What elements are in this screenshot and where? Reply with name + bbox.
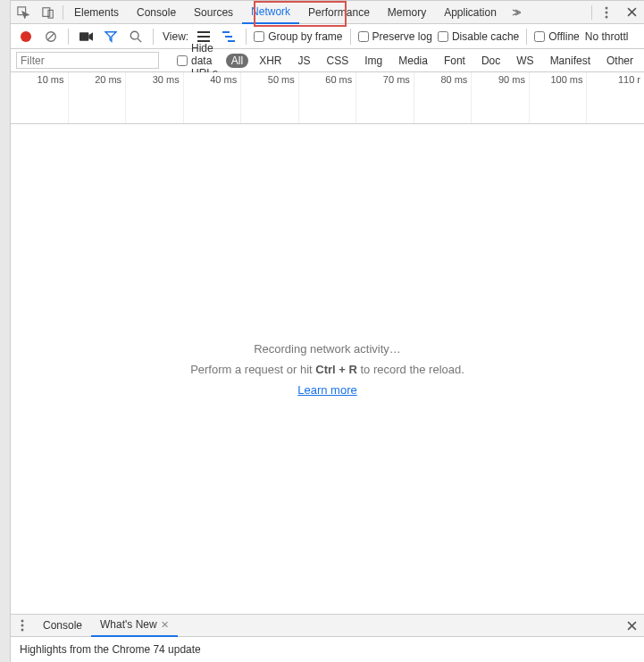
- type-all[interactable]: All: [226, 54, 248, 68]
- tick-label: 90 ms: [498, 74, 525, 85]
- throttle-select[interactable]: No throttl: [585, 30, 629, 43]
- tab-console[interactable]: Console: [128, 1, 185, 24]
- search-icon[interactable]: [126, 27, 146, 46]
- preserve-log-label: Preserve log: [372, 30, 432, 43]
- offline-checkbox[interactable]: Offline: [534, 30, 579, 43]
- tab-network[interactable]: Network: [242, 1, 299, 24]
- tick-label: 110 r: [618, 74, 640, 85]
- hint-key: Ctrl + R: [315, 363, 357, 376]
- disable-cache-checkbox[interactable]: Disable cache: [438, 30, 519, 43]
- separator: [68, 29, 69, 45]
- drawer-tab-whats-new[interactable]: What's New✕: [91, 614, 178, 637]
- svg-point-17: [21, 629, 24, 632]
- hint-text: Perform a request or hit Ctrl + R to rec…: [190, 363, 464, 376]
- separator: [63, 5, 63, 20]
- separator: [246, 29, 247, 45]
- svg-rect-14: [228, 40, 235, 42]
- tick-label: 80 ms: [440, 74, 467, 85]
- main-tabbar: Elements Console Sources Network Perform…: [11, 1, 644, 24]
- type-js[interactable]: JS: [293, 54, 316, 68]
- tab-performance[interactable]: Performance: [299, 1, 379, 24]
- drawer-tab-console[interactable]: Console: [34, 614, 91, 637]
- view-label: View:: [163, 30, 188, 43]
- tick-label: 50 ms: [268, 74, 295, 85]
- offline-label: Offline: [548, 30, 579, 43]
- svg-point-16: [21, 624, 24, 627]
- filter-toggle-icon[interactable]: [101, 27, 121, 46]
- record-button[interactable]: [16, 27, 36, 46]
- svg-point-4: [606, 11, 608, 13]
- scrollbar-left[interactable]: [0, 0, 10, 662]
- settings-menu-icon[interactable]: [594, 1, 619, 24]
- more-tabs-icon[interactable]: [506, 1, 525, 24]
- clear-icon[interactable]: [41, 27, 61, 46]
- type-other[interactable]: Other: [601, 54, 639, 68]
- learn-more-link[interactable]: Learn more: [297, 383, 356, 397]
- tab-sources[interactable]: Sources: [185, 1, 242, 24]
- drawer-tabbar: Console What's New✕: [11, 614, 644, 637]
- preserve-log-checkbox[interactable]: Preserve log: [358, 30, 432, 43]
- svg-point-8: [130, 31, 138, 39]
- type-font[interactable]: Font: [439, 54, 471, 68]
- type-manifest[interactable]: Manifest: [545, 54, 596, 68]
- camera-icon[interactable]: [76, 27, 96, 46]
- hint-prefix: Perform a request or hit: [190, 363, 315, 376]
- svg-point-5: [606, 15, 608, 18]
- type-css[interactable]: CSS: [322, 54, 355, 68]
- recording-text: Recording network activity…: [254, 342, 401, 356]
- filter-bar: Hide data URLs All XHR JS CSS Img Media …: [11, 49, 644, 72]
- tab-application[interactable]: Application: [435, 1, 506, 24]
- type-media[interactable]: Media: [393, 54, 433, 68]
- tab-elements[interactable]: Elements: [65, 1, 128, 24]
- svg-rect-9: [197, 31, 210, 33]
- type-xhr[interactable]: XHR: [254, 54, 287, 68]
- tick-label: 60 ms: [325, 74, 352, 85]
- empty-state: Recording network activity… Perform a re…: [11, 124, 644, 614]
- separator: [153, 29, 154, 45]
- svg-rect-10: [197, 36, 210, 38]
- separator: [526, 29, 527, 45]
- tick-label: 20 ms: [95, 74, 121, 85]
- type-ws[interactable]: WS: [511, 54, 539, 68]
- type-img[interactable]: Img: [359, 54, 388, 68]
- svg-rect-7: [79, 32, 88, 40]
- group-by-frame-label: Group by frame: [268, 30, 342, 43]
- timeline-overview[interactable]: 10 ms 20 ms 30 ms 40 ms 50 ms 60 ms 70 m…: [11, 72, 644, 124]
- tick-label: 100 ms: [550, 74, 582, 85]
- drawer-tab-label: What's New: [100, 618, 157, 631]
- close-drawer-icon[interactable]: [619, 614, 644, 637]
- close-tab-icon[interactable]: ✕: [161, 619, 169, 630]
- svg-point-3: [606, 6, 608, 9]
- type-doc[interactable]: Doc: [476, 54, 506, 68]
- filter-input[interactable]: [16, 52, 159, 69]
- hint-suffix: to record the reload.: [357, 363, 464, 376]
- network-toolbar: View: Group by frame Preserve log Disabl…: [11, 24, 644, 49]
- svg-point-15: [21, 620, 24, 623]
- tick-label: 40 ms: [210, 74, 237, 85]
- svg-rect-13: [225, 36, 232, 38]
- device-toggle-icon[interactable]: [36, 1, 61, 24]
- waterfall-view-icon[interactable]: [219, 27, 238, 46]
- tick-label: 30 ms: [153, 74, 180, 85]
- separator: [591, 5, 592, 20]
- devtools-panel: Elements Console Sources Network Perform…: [10, 0, 644, 662]
- drawer-body: Highlights from the Chrome 74 update: [11, 637, 644, 662]
- tick-label: 70 ms: [383, 74, 410, 85]
- disable-cache-label: Disable cache: [452, 30, 519, 43]
- inspect-element-icon[interactable]: [11, 1, 36, 24]
- close-devtools-icon[interactable]: [619, 1, 644, 24]
- group-by-frame-checkbox[interactable]: Group by frame: [254, 30, 342, 43]
- tick-label: 10 ms: [38, 74, 64, 85]
- resource-type-filter: All XHR JS CSS Img Media Font Doc WS Man…: [226, 54, 639, 68]
- drawer-menu-icon[interactable]: [11, 614, 34, 637]
- separator: [350, 29, 351, 45]
- svg-rect-12: [222, 31, 230, 33]
- tab-memory[interactable]: Memory: [379, 1, 435, 24]
